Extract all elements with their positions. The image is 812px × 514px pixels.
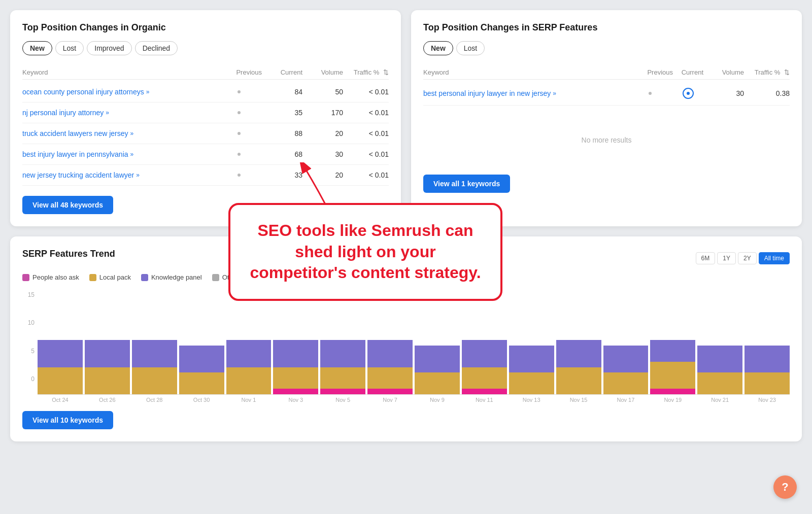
chevron-double-icon: »: [553, 90, 556, 97]
no-more-results: No more results: [423, 106, 790, 164]
previous-dot: [238, 132, 241, 135]
bar-group: [603, 346, 649, 394]
tab-improved[interactable]: Improved: [87, 41, 131, 55]
bar-group: [462, 340, 507, 394]
bar-group: [85, 340, 130, 394]
y-label-5: 5: [31, 348, 35, 355]
keyword-link[interactable]: new jersey trucking accident lawyer »: [22, 171, 216, 179]
bar-segment-purple: [367, 340, 413, 367]
help-button[interactable]: ?: [773, 475, 797, 499]
x-label: Oct 26: [85, 397, 130, 403]
traffic-value: < 0.01: [343, 171, 389, 179]
legend-label-people: People also ask: [32, 273, 79, 281]
serp-traffic-value: 0.38: [744, 89, 790, 97]
bar-segment-pink: [320, 389, 365, 394]
filter-icon[interactable]: ⇅: [383, 68, 389, 76]
header-previous: Previous: [216, 68, 262, 76]
bar-segment-purple: [85, 340, 130, 367]
table-row: best injury lawyer in pennsylvania » 68 …: [22, 144, 389, 165]
organic-tab-group: New Lost Improved Declined: [22, 41, 389, 55]
chevron-double-icon: »: [130, 130, 134, 137]
serp-table-header: Keyword Previous Current Volume Traffic …: [423, 65, 790, 80]
bar-segment-gold: [650, 362, 695, 389]
serp-tab-lost[interactable]: Lost: [456, 41, 485, 55]
x-label: Oct 24: [38, 397, 83, 403]
x-label: Oct 28: [132, 397, 177, 403]
chevron-double-icon: »: [146, 88, 150, 95]
y-axis: 15 10 5 0: [22, 291, 38, 395]
x-label: Nov 15: [556, 397, 601, 403]
bar-segment-purple: [556, 340, 601, 367]
bar-group: [745, 346, 790, 394]
view-all-trend-button[interactable]: View all 10 keywords: [22, 411, 113, 429]
bar-segment-gold: [226, 367, 272, 394]
keyword-link[interactable]: ocean county personal injury attorneys »: [22, 88, 216, 96]
chevron-double-icon: »: [136, 172, 140, 179]
bar-segment-purple: [38, 340, 83, 367]
time-filter-alltime[interactable]: All time: [759, 252, 790, 264]
x-label: Nov 3: [273, 397, 318, 403]
bar-segment-gold: [556, 367, 601, 394]
target-icon: [683, 88, 694, 99]
legend-item-local: Local pack: [89, 273, 131, 281]
bar-segment-purple: [320, 340, 365, 367]
bar-segment-gold: [367, 367, 413, 389]
current-value: 35: [262, 109, 302, 117]
serp-keyword-link[interactable]: best personal injury lawyer in new jerse…: [423, 89, 627, 97]
organic-card-title: Top Position Changes in Organic: [22, 22, 389, 33]
bar-segment-purple: [273, 340, 318, 367]
tab-lost[interactable]: Lost: [55, 41, 84, 55]
y-label-15: 15: [28, 291, 35, 298]
previous-dot: [238, 174, 241, 177]
keyword-link[interactable]: nj personal injury attorney »: [22, 109, 216, 117]
traffic-value: < 0.01: [343, 150, 389, 158]
legend-label-other: Ot...: [222, 273, 235, 281]
legend-dot-people: [22, 274, 29, 281]
filter-icon[interactable]: ⇅: [784, 68, 790, 76]
traffic-value: < 0.01: [343, 129, 389, 138]
keyword-text: nj personal injury attorney: [22, 109, 104, 117]
trend-card: SERP Features Trend 6M 1Y 2Y All time Pe…: [10, 236, 802, 441]
header-traffic: Traffic % ⇅: [343, 68, 389, 76]
view-all-organic-button[interactable]: View all 48 keywords: [22, 196, 113, 214]
time-filter-1y[interactable]: 1Y: [717, 252, 736, 264]
chart-legend: People also ask Local pack Knowledge pan…: [22, 273, 790, 281]
chevron-double-icon: »: [130, 151, 134, 158]
bar-segment-purple: [462, 340, 507, 367]
bar-group: [226, 340, 272, 394]
keyword-link[interactable]: truck accident lawyers new jersey »: [22, 129, 216, 138]
serp-header-volume: Volume: [703, 68, 744, 76]
bar-segment-pink: [273, 389, 318, 394]
previous-dot: [238, 90, 241, 93]
x-label: Nov 1: [226, 397, 272, 403]
tab-declined[interactable]: Declined: [135, 41, 178, 55]
serp-header-traffic: Traffic % ⇅: [744, 68, 790, 76]
legend-item-other: Ot...: [212, 273, 235, 281]
previous-dot: [649, 92, 652, 95]
serp-card: Top Position Changes in SERP Features Ne…: [411, 10, 802, 226]
legend-item-people: People also ask: [22, 273, 79, 281]
x-label: Nov 7: [367, 397, 413, 403]
serp-card-title: Top Position Changes in SERP Features: [423, 22, 790, 33]
bar-segment-purple: [132, 340, 177, 367]
traffic-value: < 0.01: [343, 88, 389, 96]
bar-segment-gold: [415, 372, 460, 394]
keyword-link[interactable]: best injury lawyer in pennsylvania »: [22, 150, 216, 158]
time-filter-2y[interactable]: 2Y: [738, 252, 757, 264]
table-row: ocean county personal injury attorneys »…: [22, 82, 389, 102]
bar-segment-purple: [650, 340, 695, 362]
table-row: new jersey trucking accident lawyer » 33…: [22, 165, 389, 186]
serp-tab-new[interactable]: New: [423, 41, 453, 55]
chevron-double-icon: »: [106, 109, 109, 116]
view-all-serp-button[interactable]: View all 1 keywords: [423, 175, 510, 193]
keyword-text: new jersey trucking accident lawyer: [22, 171, 134, 179]
x-label: Nov 13: [509, 397, 554, 403]
x-label: Nov 19: [650, 397, 695, 403]
bar-segment-purple: [415, 346, 460, 372]
time-filter-6m[interactable]: 6M: [696, 252, 716, 264]
bar-segment-purple: [603, 346, 649, 372]
x-label: Oct 30: [179, 397, 224, 403]
volume-value: 20: [302, 171, 343, 179]
current-value: 84: [262, 88, 302, 96]
tab-new[interactable]: New: [22, 41, 52, 55]
